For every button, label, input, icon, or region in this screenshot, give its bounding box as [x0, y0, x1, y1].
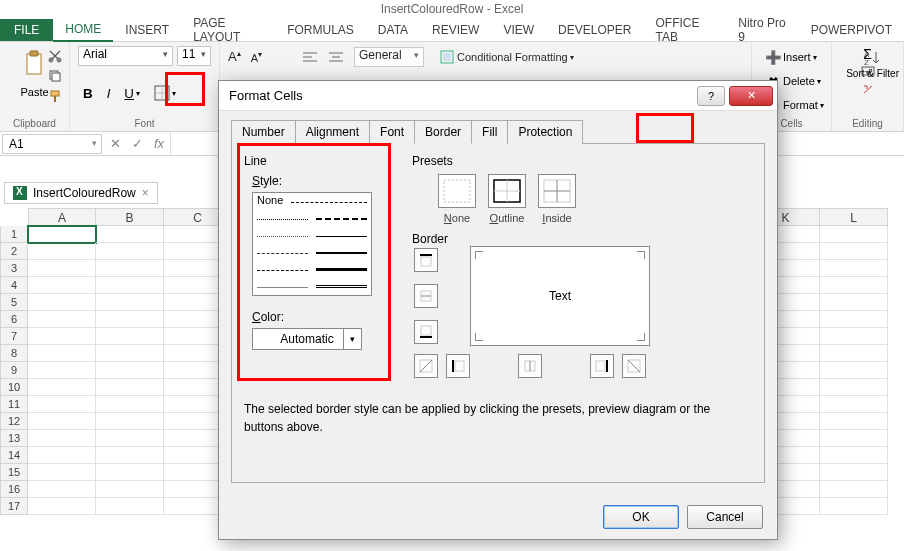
font-size-dropdown[interactable]: 11 — [177, 46, 211, 66]
fx-button[interactable]: fx — [148, 136, 170, 151]
font-family-dropdown[interactable]: Arial — [78, 46, 173, 66]
cell[interactable] — [96, 345, 164, 362]
cell[interactable] — [28, 294, 96, 311]
dialog-tab-protection[interactable]: Protection — [507, 120, 583, 144]
col-header[interactable]: L — [820, 208, 888, 226]
border-middle-v-button[interactable] — [518, 354, 542, 378]
cell[interactable] — [28, 430, 96, 447]
cell[interactable] — [820, 328, 888, 345]
cell[interactable] — [96, 277, 164, 294]
row-header[interactable]: 17 — [0, 498, 28, 515]
conditional-formatting-button[interactable]: Conditional Formatting▾ — [434, 46, 579, 68]
sort-filter-icon[interactable]: AZ — [863, 48, 883, 68]
cell[interactable] — [820, 498, 888, 515]
style-none[interactable]: None — [253, 193, 287, 210]
border-preview[interactable]: Text — [470, 246, 650, 346]
cell[interactable] — [28, 328, 96, 345]
cell[interactable] — [28, 413, 96, 430]
workbook-tab-close[interactable]: × — [142, 186, 149, 200]
row-header[interactable]: 9 — [0, 362, 28, 379]
cell[interactable] — [28, 396, 96, 413]
border-middle-h-button[interactable] — [414, 284, 438, 308]
border-diag-up-button[interactable] — [414, 354, 438, 378]
cell[interactable] — [820, 311, 888, 328]
cell[interactable] — [28, 379, 96, 396]
style-option[interactable] — [316, 236, 367, 237]
tab-review[interactable]: REVIEW — [420, 19, 491, 41]
col-header[interactable]: B — [96, 208, 164, 226]
cell[interactable] — [820, 379, 888, 396]
align-left-icon[interactable] — [302, 49, 318, 65]
cancel-button[interactable]: Cancel — [687, 505, 763, 529]
dialog-tab-border[interactable]: Border — [414, 120, 472, 144]
cell[interactable] — [96, 311, 164, 328]
cell[interactable] — [820, 396, 888, 413]
increase-font-icon[interactable]: A▴ — [228, 49, 241, 64]
dialog-close-button[interactable]: ✕ — [729, 86, 773, 106]
align-center-icon[interactable] — [328, 49, 344, 65]
cell[interactable] — [28, 447, 96, 464]
dialog-tab-alignment[interactable]: Alignment — [295, 120, 370, 144]
style-option[interactable] — [316, 268, 367, 271]
cell[interactable] — [28, 345, 96, 362]
row-header[interactable]: 10 — [0, 379, 28, 396]
clear-icon[interactable] — [860, 82, 876, 98]
cell[interactable] — [820, 481, 888, 498]
style-option[interactable] — [316, 218, 367, 220]
decrease-font-icon[interactable]: A▾ — [251, 50, 262, 64]
row-header[interactable]: 1 — [0, 226, 28, 243]
row-header[interactable]: 11 — [0, 396, 28, 413]
cell[interactable] — [28, 311, 96, 328]
row-header[interactable]: 6 — [0, 311, 28, 328]
cell[interactable] — [96, 226, 164, 243]
cut-icon[interactable] — [47, 48, 63, 64]
style-option[interactable] — [257, 270, 308, 271]
row-header[interactable]: 7 — [0, 328, 28, 345]
name-box[interactable]: A1 — [2, 134, 102, 154]
border-right-button[interactable] — [590, 354, 614, 378]
border-diag-down-button[interactable] — [622, 354, 646, 378]
dialog-tab-number[interactable]: Number — [231, 120, 296, 144]
style-option[interactable] — [257, 253, 308, 254]
dialog-titlebar[interactable]: Format Cells ? ✕ — [219, 81, 777, 111]
cell[interactable] — [820, 362, 888, 379]
line-color-dropdown[interactable]: Automatic ▾ — [252, 328, 362, 350]
number-format-dropdown[interactable]: General — [354, 47, 424, 67]
preset-inside[interactable]: Inside — [538, 174, 576, 224]
bold-button[interactable]: B — [78, 83, 98, 104]
border-top-button[interactable] — [414, 248, 438, 272]
dialog-tab-fill[interactable]: Fill — [471, 120, 508, 144]
cell[interactable] — [28, 481, 96, 498]
row-header[interactable]: 2 — [0, 243, 28, 260]
cancel-formula-icon[interactable]: ✕ — [104, 136, 126, 151]
tab-powerpivot[interactable]: POWERPIVOT — [799, 19, 904, 41]
borders-button[interactable]: ▾ — [149, 82, 181, 104]
tab-file[interactable]: FILE — [0, 19, 53, 41]
cell[interactable] — [96, 413, 164, 430]
copy-icon[interactable] — [47, 68, 63, 84]
cell[interactable] — [28, 243, 96, 260]
cell[interactable] — [96, 379, 164, 396]
row-header[interactable]: 15 — [0, 464, 28, 481]
row-header[interactable]: 4 — [0, 277, 28, 294]
col-header[interactable]: A — [28, 208, 96, 226]
row-header[interactable]: 13 — [0, 430, 28, 447]
cell[interactable] — [820, 277, 888, 294]
tab-insert[interactable]: INSERT — [113, 19, 181, 41]
cell[interactable] — [28, 498, 96, 515]
format-painter-icon[interactable] — [47, 88, 63, 104]
cell[interactable] — [96, 464, 164, 481]
cell[interactable] — [96, 396, 164, 413]
cell[interactable] — [96, 328, 164, 345]
style-option[interactable] — [257, 219, 308, 220]
row-header[interactable]: 8 — [0, 345, 28, 362]
dialog-help-button[interactable]: ? — [697, 86, 725, 106]
italic-button[interactable]: I — [102, 83, 116, 104]
tab-formulas[interactable]: FORMULAS — [275, 19, 366, 41]
underline-button[interactable]: U ▾ — [119, 83, 145, 104]
style-option[interactable] — [316, 285, 367, 288]
cell[interactable] — [820, 464, 888, 481]
style-option[interactable] — [257, 287, 308, 288]
cell[interactable] — [820, 345, 888, 362]
border-bottom-button[interactable] — [414, 320, 438, 344]
